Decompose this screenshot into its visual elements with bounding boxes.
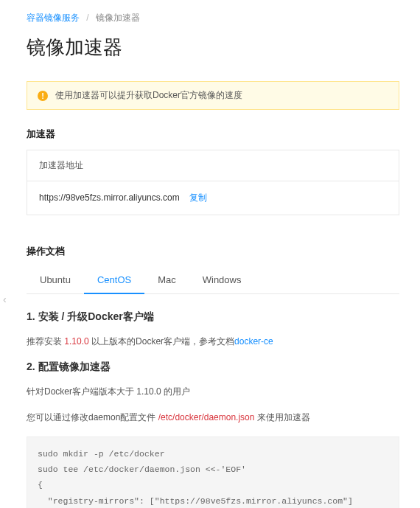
step1-suffix: 以上版本的Docker客户端，参考文档 [89, 336, 234, 347]
warning-icon: ! [38, 91, 48, 101]
step1-heading: 1. 安装 / 升级Docker客户端 [27, 310, 399, 324]
copy-button[interactable]: 复制 [189, 192, 207, 203]
step2-line2-prefix: 您可以通过修改daemon配置文件 [27, 412, 158, 422]
breadcrumb-separator: / [86, 13, 88, 23]
os-tabs: Ubuntu CentOS Mac Windows [27, 267, 399, 294]
page-container: 容器镜像服务 / 镜像加速器 镜像加速器 ! 使用加速器可以提升获取Docker… [0, 0, 420, 508]
tab-ubuntu[interactable]: Ubuntu [27, 267, 84, 294]
alert-text: 使用加速器可以提升获取Docker官方镜像的速度 [55, 89, 242, 102]
accelerator-section-title: 加速器 [27, 128, 399, 141]
info-alert: ! 使用加速器可以提升获取Docker官方镜像的速度 [27, 81, 399, 110]
accelerator-box-label: 加速器地址 [27, 150, 399, 181]
step2-line2-suffix: 来使用加速器 [254, 412, 309, 422]
breadcrumb: 容器镜像服务 / 镜像加速器 [27, 12, 399, 24]
docker-ce-link[interactable]: docker-ce [234, 336, 273, 347]
code-block[interactable]: sudo mkdir -p /etc/docker sudo tee /etc/… [27, 436, 399, 508]
step1-text: 推荐安装 1.10.0 以上版本的Docker客户端，参考文档docker-ce [27, 334, 399, 350]
accelerator-url: https://98ve5fzs.mirror.aliyuncs.com [39, 192, 180, 203]
breadcrumb-root[interactable]: 容器镜像服务 [27, 13, 80, 23]
step2-line2: 您可以通过修改daemon配置文件 /etc/docker/daemon.jso… [27, 410, 399, 426]
tab-mac[interactable]: Mac [144, 267, 189, 294]
step2-heading: 2. 配置镜像加速器 [27, 361, 399, 374]
accelerator-box-body: https://98ve5fzs.mirror.aliyuncs.com 复制 [27, 181, 399, 215]
docs-section-title: 操作文档 [27, 245, 399, 258]
doc-content: 1. 安装 / 升级Docker客户端 推荐安装 1.10.0 以上版本的Doc… [27, 310, 399, 508]
daemon-json-path: /etc/docker/daemon.json [158, 412, 255, 422]
accelerator-box: 加速器地址 https://98ve5fzs.mirror.aliyuncs.c… [27, 150, 399, 215]
collapse-sidebar-toggle[interactable]: ‹ [3, 293, 7, 305]
breadcrumb-current: 镜像加速器 [96, 13, 140, 23]
step2-line1: 针对Docker客户端版本大于 1.10.0 的用户 [27, 384, 399, 400]
tab-windows[interactable]: Windows [189, 267, 255, 294]
page-title: 镜像加速器 [27, 35, 399, 60]
step1-prefix: 推荐安装 [27, 336, 64, 347]
step1-version-highlight: 1.10.0 [64, 336, 88, 347]
tab-centos[interactable]: CentOS [84, 267, 144, 294]
